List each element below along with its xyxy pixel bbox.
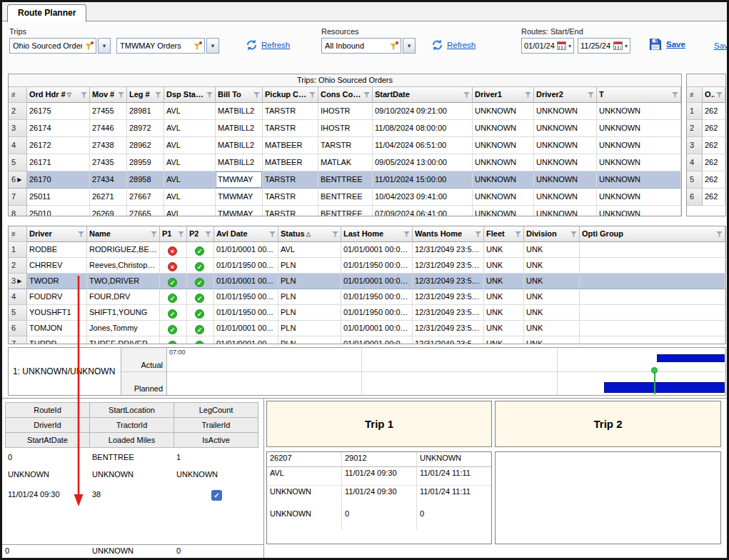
column-header-wants-home[interactable]: Wants Home [413, 226, 484, 242]
gantt-marker-dot[interactable] [651, 367, 658, 374]
cell[interactable]: UNKNOWN [473, 206, 534, 216]
cell[interactable]: 1 [174, 453, 258, 461]
cell[interactable]: 27434 [90, 171, 127, 189]
table-row[interactable]: 5YOUSHFT1SHIFT1,YOUNG✓✓01/01/1950 00...P… [9, 305, 725, 321]
cell[interactable]: ✓ [187, 321, 214, 336]
cell[interactable]: 11/01/24 09:30 [5, 490, 89, 501]
cell[interactable]: BENTTREE [89, 453, 174, 461]
table-row[interactable]: 1RODBERODRIGUEZ,BEN...×✓01/01/0001 00...… [9, 242, 725, 258]
filter-icon[interactable] [672, 91, 678, 98]
filter-icon[interactable] [151, 231, 157, 237]
cell[interactable]: THRDR [27, 336, 87, 344]
tab-route-planner[interactable]: Route Planner [7, 4, 86, 22]
filter-icon[interactable] [178, 231, 184, 237]
filter-icon[interactable] [81, 91, 87, 98]
cell[interactable]: UNKNOWN [174, 470, 258, 479]
cell[interactable]: 01/01/1950 00... [214, 289, 278, 305]
cell[interactable]: ✓ [187, 305, 214, 321]
cell[interactable]: 26269 [90, 206, 127, 216]
cell[interactable]: UNK [524, 242, 580, 258]
cell[interactable] [580, 258, 725, 274]
cell[interactable]: UNKNOWN [534, 137, 597, 154]
cell[interactable]: TMWMAY [216, 171, 263, 189]
trip1-header[interactable]: Trip 1 [266, 401, 492, 447]
cell[interactable]: 01/01/0001 00... [214, 321, 278, 336]
row-selector[interactable]: 7 [9, 189, 27, 206]
gantt-planned-bar[interactable] [604, 382, 725, 393]
cell[interactable]: UNK [524, 274, 580, 289]
column-header-status[interactable]: Status△ [278, 226, 341, 242]
cell[interactable]: BENTTREE [318, 189, 373, 206]
cell[interactable]: BENTTREE [318, 206, 373, 216]
table-row[interactable]: 5261712743528959AVLMATBILL2MATBEERMATLAK… [9, 154, 681, 171]
filter-icon[interactable] [716, 91, 723, 98]
filter-icon[interactable] [570, 231, 577, 237]
row-selector[interactable]: 5 [9, 305, 27, 321]
combo2-dropdown-button[interactable]: ▾ [206, 38, 219, 54]
cell[interactable]: UNKNOWN [473, 137, 534, 154]
table-row[interactable]: 5262 [687, 171, 725, 189]
column-header-mov-[interactable]: Mov # [90, 87, 127, 103]
cell[interactable]: 01/01/0001 00... [214, 336, 278, 344]
cell[interactable]: 28959 [127, 154, 164, 171]
cell[interactable]: AVL [164, 103, 216, 120]
cell[interactable]: UNKNOWN [267, 508, 342, 530]
cell[interactable]: 07/09/2024 06:41:00 [373, 206, 473, 216]
cell[interactable]: UNK [484, 258, 524, 274]
cell[interactable]: UNKNOWN [473, 171, 534, 189]
cell[interactable]: UNK [524, 289, 580, 305]
cell[interactable]: UNKNOWN [534, 171, 597, 189]
filter-icon[interactable] [269, 231, 276, 237]
row-selector[interactable]: 4 [9, 289, 27, 305]
cell[interactable]: 11/08/2024 08:00:00 [373, 120, 473, 137]
table-row[interactable]: 3261742744628972AVLMATBILL2TARSTRIHOSTR1… [9, 120, 681, 137]
selector-column-header[interactable]: ≢ [9, 87, 27, 103]
cell[interactable]: YOUSHFT1 [27, 305, 87, 321]
cell[interactable]: TMWMAY [216, 189, 263, 206]
cell[interactable]: UNK [484, 242, 524, 258]
table-row[interactable]: 8250102626927665AVLTMWMAYTARSTRBENTTREE0… [9, 206, 681, 216]
filter-icon[interactable] [515, 231, 521, 237]
cell[interactable]: 27435 [90, 154, 127, 171]
cell[interactable]: 12/31/2049 23:59:59 [413, 305, 484, 321]
filter-icon[interactable] [403, 231, 410, 237]
filter-icon[interactable] [463, 91, 470, 98]
filter-icon[interactable] [363, 91, 370, 98]
cell[interactable]: MATBILL2 [216, 103, 263, 120]
cell[interactable]: UNK [524, 258, 580, 274]
cell[interactable]: 25010 [27, 206, 90, 216]
cell[interactable]: IHOSTR [318, 120, 373, 137]
cell[interactable]: MATBEER [263, 137, 318, 154]
cell[interactable]: ✓ [187, 289, 214, 305]
cell[interactable] [580, 274, 725, 289]
cell[interactable]: AVL [164, 206, 216, 216]
save-link-right[interactable]: Sav [714, 41, 728, 50]
cell[interactable]: UNK [484, 305, 524, 321]
cell[interactable]: 01/01/1950 00:00:00 [341, 258, 413, 274]
row-selector[interactable]: 7 [9, 336, 27, 344]
row-selector[interactable]: 3 [687, 137, 703, 154]
cell[interactable]: UNKNOWN [417, 452, 491, 467]
cell[interactable]: AVL [164, 189, 216, 206]
cell[interactable]: UNK [484, 289, 524, 305]
cell[interactable]: 01/01/0001 00:00:00 [341, 274, 413, 289]
row-selector[interactable]: 6 [687, 189, 703, 206]
cell[interactable]: AVL [278, 242, 341, 258]
filter-icon[interactable] [118, 91, 124, 98]
column-header-opti-group[interactable]: Opti Group [580, 226, 725, 242]
is-active-checkbox[interactable]: ✓ [211, 490, 222, 501]
cell[interactable]: 0 [176, 546, 261, 559]
save-button[interactable]: Save [648, 37, 685, 51]
column-header-division[interactable]: Division [524, 226, 580, 242]
cell[interactable]: ✓ [187, 274, 214, 289]
cell[interactable]: 09/10/2024 09:21:00 [373, 103, 473, 120]
cell[interactable]: 262 [703, 103, 725, 120]
table-row[interactable]: 4262 [687, 154, 725, 171]
cell[interactable]: 29012 [342, 452, 417, 467]
row-selector[interactable]: 6▶ [9, 171, 27, 189]
table-row[interactable]: 3▶TWODRTWO,DRIVER✓✓01/01/0001 00...PLN01… [9, 274, 725, 289]
cell[interactable]: MATLAK [318, 154, 373, 171]
cell[interactable] [580, 289, 725, 305]
cell[interactable]: UNKNOWN [597, 120, 681, 137]
cell[interactable]: UNKNOWN [597, 137, 681, 154]
